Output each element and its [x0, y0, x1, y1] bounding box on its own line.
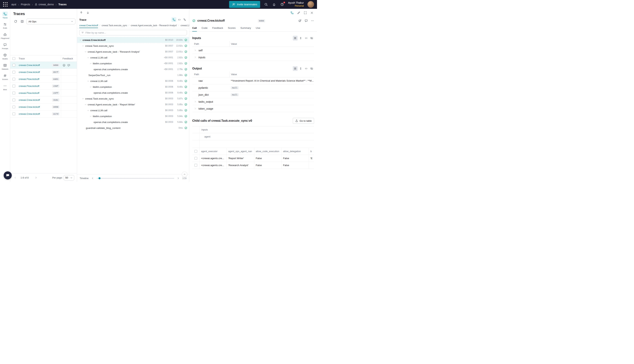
- timeline-prev-button[interactable]: [91, 176, 95, 180]
- trace-tree-row[interactable]: crewai.Crew.kickoff $0.0010 19.83s: [77, 37, 189, 43]
- trace-breadcrumb-item[interactable]: crewai.Crew.kickoff: [79, 24, 98, 28]
- sidebar-item-more[interactable]: More: [0, 82, 10, 92]
- row-checkbox[interactable]: [13, 78, 15, 80]
- table-row[interactable]: crewai.Crew.kickoff9d89: [10, 62, 77, 69]
- chevron-down-icon[interactable]: [79, 39, 83, 41]
- trace-tree-row[interactable]: openai.chat.completions.create $0.0003 5…: [77, 119, 189, 125]
- trace-tree-row[interactable]: openai.chat.completions.create <$0.0001 …: [77, 66, 189, 72]
- trace-breadcrumb-item[interactable]: crewai.Agent.execute_task - 'Research An…: [131, 24, 177, 28]
- avatar[interactable]: [307, 1, 314, 8]
- sidebar-item-evals[interactable]: Evals: [0, 21, 10, 30]
- breadcrumb-project[interactable]: crewai_demo: [35, 3, 54, 6]
- go-to-table-button[interactable]: Go to table: [293, 118, 314, 124]
- edit-pencil-icon[interactable]: [296, 10, 301, 16]
- table-row[interactable]: <crewai.agents.cre... 'Research Analyst'…: [192, 162, 314, 169]
- hide-values-icon[interactable]: [309, 66, 314, 71]
- select-all-checkbox[interactable]: [13, 57, 15, 60]
- chevron-down-icon[interactable]: [90, 62, 93, 65]
- trace-tree-row[interactable]: SerperDevTool._run 1.66s: [77, 72, 189, 78]
- sidebar-item-scorers[interactable]: Scorers: [0, 72, 10, 81]
- output-row-tasks-output[interactable]: tasks_output: [192, 98, 314, 105]
- wandb-logo[interactable]: [3, 2, 8, 7]
- row-checkbox[interactable]: [13, 98, 15, 101]
- timeline-next-button[interactable]: [176, 176, 180, 180]
- open-in-tree-icon[interactable]: [289, 10, 295, 16]
- tab-summary[interactable]: Summary: [240, 24, 251, 32]
- trace-tree-row[interactable]: crewai.Task.execute_sync $0.0007 13.92s: [77, 43, 189, 49]
- support-chat-button[interactable]: [4, 171, 12, 180]
- sidebar-item-prompts[interactable]: Prompts: [0, 42, 10, 50]
- list-view-icon[interactable]: [293, 66, 297, 71]
- help-icon[interactable]: [280, 2, 284, 6]
- column-header[interactable]: allow_code_execution: [254, 148, 281, 155]
- trace-tree-row[interactable]: openai.chat.completions.create $0.0006 9…: [77, 90, 189, 96]
- row-checkbox[interactable]: [13, 112, 15, 115]
- trace-tree-row[interactable]: crewai.Agent.execute_task - 'Research An…: [77, 49, 189, 54]
- output-row-token-usage[interactable]: token_usage: [192, 105, 314, 112]
- code-view-icon[interactable]: [304, 66, 308, 71]
- timeline-slider[interactable]: [97, 178, 174, 179]
- ops-filter-select[interactable]: All Ops: [27, 18, 75, 24]
- refresh-button[interactable]: [13, 19, 18, 24]
- breadcrumb-page[interactable]: Traces: [58, 3, 66, 6]
- breadcrumb-projects[interactable]: Projects: [21, 3, 30, 6]
- emoji-feedback-icon[interactable]: [63, 64, 66, 67]
- row-checkbox[interactable]: [13, 92, 15, 94]
- sidebar-item-playground[interactable]: Playground: [0, 31, 10, 40]
- chevron-down-icon[interactable]: [90, 86, 93, 88]
- list-view-icon[interactable]: [293, 36, 297, 40]
- table-row[interactable]: crewai.Flow.kickoffc5ff: [10, 90, 77, 96]
- next-page-button[interactable]: [34, 176, 38, 180]
- column-header[interactable]: allow_delegation: [281, 148, 309, 155]
- trace-tree-row[interactable]: crewai.Agent.execute_task - 'Report Writ…: [77, 102, 189, 108]
- column-header[interactable]: agent_executor: [200, 148, 227, 155]
- add-reaction-icon[interactable]: [298, 19, 301, 22]
- row-checkbox[interactable]: [13, 85, 15, 88]
- sidebar-item-models[interactable]: Models: [0, 52, 10, 61]
- chevron-down-icon[interactable]: [82, 45, 85, 47]
- select-all-checkbox[interactable]: [194, 150, 197, 153]
- chevron-down-icon[interactable]: [87, 56, 90, 59]
- code-view-button[interactable]: [177, 17, 182, 22]
- chevron-down-icon[interactable]: [90, 115, 93, 118]
- comment-feedback-icon[interactable]: [67, 64, 70, 67]
- next-call-arrow-icon[interactable]: [86, 11, 90, 14]
- table-row[interactable]: crewai.Crew.kickoff657f: [10, 69, 77, 76]
- expand-all-icon[interactable]: [298, 36, 303, 40]
- input-row-self[interactable]: self: [192, 47, 314, 54]
- trace-tree-row[interactable]: litellm.completion <$0.0001 2.82s: [77, 60, 189, 66]
- tab-call[interactable]: Call: [192, 24, 197, 32]
- trace-tree-row[interactable]: crewai.Task.execute_sync $0.0003 5.87s: [77, 96, 189, 102]
- notifications-bell-icon[interactable]: [272, 2, 276, 6]
- chevron-down-icon[interactable]: [84, 103, 88, 106]
- hide-values-icon[interactable]: [309, 36, 314, 40]
- table-row[interactable]: <crewai.agents.cre... 'Report Writer' Fa…: [192, 155, 314, 162]
- trace-tree-row[interactable]: litellm.completion $0.0006 9.40s: [77, 84, 189, 90]
- chevron-down-icon[interactable]: [82, 98, 85, 100]
- trace-breadcrumb-item[interactable]: crewai.Task.execute_sync: [102, 24, 127, 28]
- table-row[interactable]: crewai.Flow.kickoffeab1: [10, 76, 77, 83]
- row-checkbox[interactable]: [194, 164, 197, 166]
- output-row-pydantic[interactable]: pydantic null: [192, 84, 314, 91]
- chevron-right-icon[interactable]: [194, 56, 198, 58]
- trace-breadcrumb-item[interactable]: crewai.LLM.cal: [180, 24, 189, 28]
- tree-view-button[interactable]: [172, 17, 176, 22]
- trace-tree-row[interactable]: crewai.LLM.call $0.0006 9.40s: [77, 78, 189, 84]
- trace-column-header[interactable]: Trace: [17, 57, 61, 60]
- output-row-raw[interactable]: raw **Investment Report: AI in Chemical …: [192, 77, 314, 84]
- row-checkbox[interactable]: [194, 157, 197, 160]
- table-row[interactable]: crewai.Crew.kickoffa17d: [10, 110, 77, 118]
- invite-teammates-button[interactable]: Invite teammates: [229, 1, 260, 8]
- prev-page-button[interactable]: [13, 176, 17, 180]
- table-row[interactable]: crewai.Crew.kickoff316c: [10, 96, 77, 104]
- collapse-timeline-button[interactable]: [182, 172, 187, 177]
- chevron-down-icon[interactable]: [84, 50, 88, 53]
- row-checkbox[interactable]: [13, 71, 15, 74]
- trace-tree-row[interactable]: litellm.completion $0.0003 5.84s: [77, 113, 189, 119]
- close-icon[interactable]: [309, 10, 314, 16]
- table-row[interactable]: crewai.Flow.kickoffc59f: [10, 83, 77, 90]
- chevron-right-icon[interactable]: [194, 49, 198, 52]
- trace-tree-row[interactable]: guardrail-validate_blog_content 0ms: [77, 125, 189, 131]
- feedback-column-header[interactable]: Feedback: [61, 55, 77, 62]
- input-row-inputs[interactable]: inputs: [192, 54, 314, 61]
